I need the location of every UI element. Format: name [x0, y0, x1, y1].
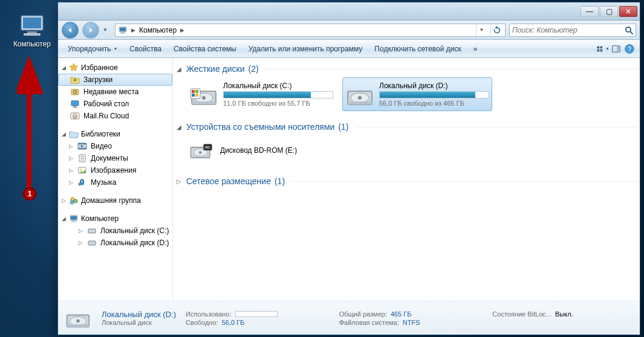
sidebar-group-computer: ◢ Компьютер ▷Локальный диск (C:)▷Локальн…: [58, 213, 172, 249]
documents-icon: [77, 153, 87, 163]
chevron-down-icon: ◢: [175, 124, 183, 130]
music-icon: [77, 178, 87, 187]
star-icon: [69, 63, 79, 72]
drive-usage-bar: [379, 91, 489, 98]
details-bitlocker: Состояние BitLoc... Выкл.: [492, 310, 634, 318]
search-field[interactable]: [509, 24, 636, 37]
view-icon: [596, 44, 604, 54]
search-input[interactable]: [512, 26, 622, 34]
sidebar-item-label: Изображения: [91, 166, 136, 175]
sidebar-item-disk[interactable]: ▷Локальный диск (C:): [58, 225, 172, 237]
arrow-left-icon: [67, 27, 74, 34]
chevron-down-icon: ◢: [60, 131, 67, 137]
drive-item[interactable]: Локальный диск (C:) 11,0 ГБ свободно из …: [186, 77, 336, 111]
details-total: Общий размер: 465 ГБ: [339, 310, 481, 318]
desktop-icon-label: Компьютер: [13, 40, 51, 48]
computer-icon: [69, 214, 79, 223]
forward-button[interactable]: [82, 22, 99, 39]
sidebar-group-favorites: ◢ Избранное ЗагрузкиНедавние местаРабочи…: [58, 62, 172, 122]
sidebar-item-label: Рабочий стол: [83, 100, 129, 108]
sidebar-item-library[interactable]: ▷Видео: [58, 140, 172, 152]
drive-free-text: 56,0 ГБ свободно из 465 ГБ: [379, 100, 489, 107]
sidebar-item-label: Локальный диск (C:): [100, 226, 169, 235]
sidebar-item-favorites[interactable]: Недавние места: [58, 86, 172, 98]
sidebar-item-label: Mail.Ru Cloud: [83, 112, 129, 120]
command-bar: Упорядочить▼ Свойства Свойства системы У…: [58, 40, 640, 58]
arrow-right-icon: [87, 27, 94, 34]
refresh-button[interactable]: [490, 24, 503, 36]
minimize-button[interactable]: —: [581, 6, 599, 17]
address-field[interactable]: ▶ Компьютер ▶ ▼: [115, 24, 506, 37]
drive-name: Локальный диск (D:): [379, 82, 489, 90]
computer-icon: [118, 25, 128, 35]
history-dropdown[interactable]: ▼: [103, 27, 111, 33]
homegroup-icon: [69, 196, 79, 205]
sidebar-header-computer[interactable]: ◢ Компьютер: [58, 213, 172, 225]
navigation-pane: ◢ Избранное ЗагрузкиНедавние местаРабочи…: [58, 58, 173, 301]
system-properties-button[interactable]: Свойства системы: [168, 42, 242, 56]
address-history-dropdown[interactable]: ▼: [476, 24, 487, 36]
downloads-icon: [70, 75, 80, 85]
map-network-drive-button[interactable]: Подключить сетевой диск: [368, 42, 467, 56]
organize-menu[interactable]: Упорядочить▼: [62, 42, 123, 56]
drive-item[interactable]: Локальный диск (D:) 56,0 ГБ свободно из …: [342, 77, 492, 111]
preview-pane-toggle[interactable]: [610, 42, 623, 56]
drive-name: Дисковод BD-ROM (E:): [220, 146, 297, 155]
disk-icon: [64, 305, 92, 332]
mailru-icon: [70, 111, 80, 121]
desktop-icon: [70, 99, 80, 109]
back-button[interactable]: [62, 22, 79, 39]
close-button[interactable]: ✕: [619, 6, 637, 17]
sidebar-item-library[interactable]: ▷Музыка: [58, 176, 172, 188]
more-commands-button[interactable]: »: [467, 42, 484, 56]
details-title-block: Локальный диск (D:) Локальный диск: [102, 310, 176, 326]
drive-usage-bar: [223, 91, 333, 98]
sidebar-item-library[interactable]: ▷Изображения: [58, 164, 172, 176]
titlebar: — ▢ ✕: [58, 2, 640, 21]
details-fs: Файловая система: NTFS: [339, 319, 481, 326]
sidebar-item-library[interactable]: ▷Документы: [58, 152, 172, 164]
sidebar-header-homegroup[interactable]: ▷ Домашняя группа: [58, 194, 172, 207]
disk-icon: [189, 80, 218, 109]
content-pane: ◢ Жесткие диски (2) Локальный диск (C:) …: [173, 58, 640, 301]
details-name: Локальный диск (D:): [102, 310, 176, 319]
properties-button[interactable]: Свойства: [123, 42, 168, 56]
category-header-hard-disks[interactable]: ◢ Жесткие диски (2): [175, 63, 637, 75]
chevron-down-icon: ◢: [60, 65, 67, 71]
sidebar-header-libraries[interactable]: ◢ Библиотеки: [58, 128, 172, 140]
sidebar-item-label: Музыка: [91, 178, 116, 187]
desktop-icon-computer[interactable]: Компьютер: [5, 11, 59, 48]
uninstall-program-button[interactable]: Удалить или изменить программу: [242, 42, 369, 56]
libraries-icon: [69, 129, 79, 139]
search-icon: [625, 26, 633, 34]
chevron-right-icon: ▷: [68, 155, 74, 161]
disk-icon: [87, 238, 97, 248]
sidebar-item-label: Локальный диск (D:): [100, 239, 169, 247]
drive-bdrom[interactable]: Дисковод BD-ROM (E:): [186, 135, 299, 165]
chevron-right-icon: ▷: [68, 179, 74, 185]
drive-free-text: 11,0 ГБ свободно из 55,7 ГБ: [223, 100, 333, 107]
sidebar-header-favorites[interactable]: ◢ Избранное: [58, 62, 172, 74]
sidebar-item-favorites[interactable]: Загрузки: [58, 74, 172, 86]
chevron-down-icon: ◢: [60, 216, 67, 222]
sidebar-item-favorites[interactable]: Mail.Ru Cloud: [58, 110, 172, 122]
breadcrumb-sep: ▶: [180, 27, 184, 33]
view-menu[interactable]: ▼: [596, 42, 610, 56]
category-header-network[interactable]: ▷ Сетевое размещение (1): [175, 175, 637, 187]
videos-icon: [77, 141, 87, 151]
category-header-removable[interactable]: ◢ Устройства со съемными носителями (1): [175, 121, 637, 133]
chevron-down-icon: ◢: [175, 66, 183, 72]
drive-name: Локальный диск (C:): [223, 82, 333, 90]
disk-icon: [87, 226, 97, 236]
breadcrumb-sep: ▶: [131, 27, 135, 33]
help-button[interactable]: [623, 42, 636, 56]
sidebar-item-disk[interactable]: ▷Локальный диск (D:): [58, 237, 172, 249]
computer-icon: [18, 11, 47, 40]
sidebar-group-libraries: ◢ Библиотеки ▷Видео▷Документы▷Изображени…: [58, 128, 172, 188]
breadcrumb-computer[interactable]: Компьютер: [139, 26, 177, 34]
sidebar-item-favorites[interactable]: Рабочий стол: [58, 98, 172, 110]
chevron-right-icon: ▷: [175, 178, 183, 185]
refresh-icon: [493, 26, 501, 34]
maximize-button[interactable]: ▢: [600, 6, 618, 17]
sidebar-item-label: Документы: [91, 154, 128, 162]
